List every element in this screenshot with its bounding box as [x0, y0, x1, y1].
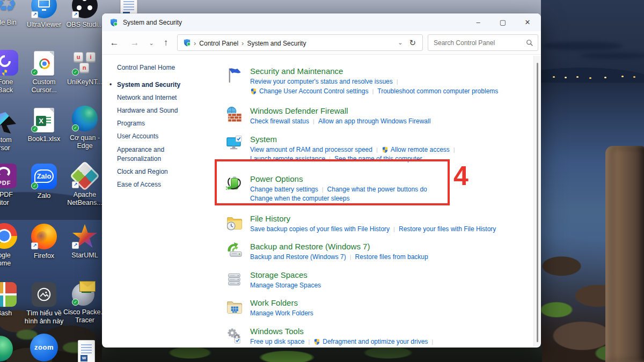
titlebar[interactable]: System and Security – ▢ ✕: [102, 13, 541, 31]
wallpaper-rocks-bottom: [102, 346, 542, 362]
task-link[interactable]: Change battery settings: [250, 186, 318, 194]
task-link[interactable]: Schedule tasks: [439, 347, 492, 348]
section-work-folders: Work Folders Manage Work Folders: [225, 298, 541, 319]
task-link[interactable]: Change when the computer sleeps: [250, 195, 349, 203]
desktop-icon-obs-studio[interactable]: OBS Studi...: [62, 0, 107, 29]
section-title-storage-spaces[interactable]: Storage Spaces: [250, 270, 321, 280]
gears-check-icon: [225, 326, 250, 348]
task-link[interactable]: Save backup copies of your files with Fi…: [250, 225, 390, 234]
desktop-icon-label: StarUML: [62, 252, 107, 260]
task-link[interactable]: Restore files from backup: [355, 253, 428, 262]
sidebar-item-system-and-security[interactable]: System and Security: [117, 78, 197, 91]
sidebar-item-appearance-and-personalization[interactable]: Appearance and Personalization: [117, 143, 197, 165]
vertical-scrollbar[interactable]: [533, 56, 540, 346]
book1-xlsx-icon: X: [21, 107, 67, 132]
sidebar-item-ease-of-access[interactable]: Ease of Access: [117, 178, 197, 191]
navigation-bar: ← → ⌄ ↑ ›Control Panel›System and Securi…: [102, 31, 541, 55]
breadcrumb-item[interactable]: System and Security: [245, 40, 308, 47]
link-separator: |: [346, 253, 355, 262]
drive-stack-icon: [225, 270, 250, 291]
control-panel-window: System and Security – ▢ ✕ ← → ⌄ ↑ ›Contr…: [102, 13, 541, 348]
back-button[interactable]: ←: [106, 35, 122, 51]
maximize-button[interactable]: ▢: [491, 13, 515, 31]
zoom-icon: zoom: [21, 336, 67, 361]
task-link[interactable]: Check firewall status: [250, 117, 309, 126]
desktop-icon-unikey-nt[interactable]: uinUniKeyNT...: [62, 50, 107, 86]
desktop-icon-apache-netbeans[interactable]: Apache NetBeans...: [62, 162, 107, 207]
desktop-icon-firefox[interactable]: Firefox: [21, 224, 67, 260]
search-box[interactable]: [428, 34, 538, 51]
desktop-icon-cisco-packet-tracer[interactable]: Cisco Packe... Tracer: [62, 280, 107, 324]
task-link[interactable]: View amount of RAM and processor speed: [250, 146, 372, 154]
sidebar-item-user-accounts[interactable]: User Accounts: [117, 130, 197, 143]
task-link[interactable]: View event logs: [376, 347, 430, 348]
minimize-button[interactable]: –: [466, 13, 491, 31]
breadcrumb-separator: ›: [192, 39, 197, 47]
task-link[interactable]: Manage Work Folders: [250, 309, 313, 318]
task-link[interactable]: Create and format hard disk partitions: [250, 347, 367, 348]
desktop-icon-tim-hieu-ve-hinh-anh-nay[interactable]: Tìm hiểu về hình ảnh này: [21, 281, 67, 326]
forward-button[interactable]: →: [127, 35, 143, 51]
link-separator: |: [430, 347, 439, 348]
task-link[interactable]: Troubleshoot common computer problems: [377, 87, 498, 96]
desktop-icon-zoom[interactable]: zoom: [21, 336, 67, 361]
breadcrumb-item[interactable]: Control Panel: [197, 40, 240, 47]
green-app-partial-icon: [0, 336, 23, 361]
desktop-icon-zalo[interactable]: ZaloZalo: [21, 164, 67, 200]
desktop-icon-staruml[interactable]: StarUML: [62, 223, 107, 260]
custom-cursor-icon: [21, 50, 67, 76]
sidebar-item-network-and-internet[interactable]: Network and Internet: [117, 91, 197, 104]
sync-check-icon: [31, 69, 38, 76]
address-dropdown-icon[interactable]: ⌄: [392, 39, 408, 46]
task-link[interactable]: Allow an app through Windows Firewall: [318, 117, 430, 126]
folder-clock-icon: [225, 213, 250, 235]
breadcrumb-separator: ›: [240, 39, 245, 47]
sidebar-control-panel-home[interactable]: Control Panel Home: [117, 64, 225, 71]
desktop-icon-custom-cursor[interactable]: Custom Cursor...: [21, 50, 67, 94]
desktop-icon-label: Tìm hiểu về hình ảnh này: [21, 309, 67, 326]
task-link[interactable]: Allow remote access: [382, 146, 450, 154]
refresh-icon[interactable]: ↻: [408, 38, 418, 48]
task-link[interactable]: Restore your files with File History: [399, 225, 496, 234]
desktop-icon-co-quan-edge[interactable]: Cơ quan - Edge: [62, 106, 107, 150]
section-title-work-folders[interactable]: Work Folders: [250, 298, 313, 308]
desktop-icon-ultraviewer[interactable]: UltraViewer: [21, 0, 67, 29]
link-separator: |: [428, 338, 437, 346]
unikey-nt-icon: uin: [62, 50, 107, 76]
address-bar[interactable]: ›Control Panel›System and Security ⌄ ↻: [177, 34, 423, 51]
task-link[interactable]: Review your computer's status and resolv…: [250, 78, 393, 86]
recent-pages-dropdown-icon[interactable]: ⌄: [146, 35, 157, 51]
sidebar-item-hardware-and-sound[interactable]: Hardware and Sound: [117, 104, 197, 117]
wallpaper-mountain-right: [541, 58, 644, 83]
uac-shield-icon: [313, 338, 320, 345]
desktop-icon-label: Book1.xlsx: [21, 135, 67, 143]
cisco-packet-tracer-icon: [62, 280, 107, 306]
up-button[interactable]: ↑: [158, 35, 174, 51]
task-link[interactable]: Change User Account Control settings: [250, 87, 368, 96]
search-icon[interactable]: [526, 39, 533, 47]
task-link[interactable]: Free up disk space: [250, 338, 304, 346]
task-link[interactable]: Launch remote assistance: [250, 155, 325, 164]
window-body: Control Panel Home System and SecurityNe…: [102, 55, 541, 348]
section-title-file-history[interactable]: File History: [250, 213, 496, 224]
section-title-system[interactable]: System: [250, 134, 459, 144]
sidebar-item-programs[interactable]: Programs: [117, 117, 197, 130]
task-link[interactable]: Manage Storage Spaces: [250, 282, 321, 290]
uac-shield-icon: [1, 69, 8, 76]
search-input[interactable]: [433, 39, 526, 47]
section-title-windows-defender-firewall[interactable]: Windows Defender Firewall: [250, 106, 430, 116]
sidebar-item-clock-and-region[interactable]: Clock and Region: [117, 165, 197, 178]
section-title-backup-and-restore[interactable]: Backup and Restore (Windows 7): [250, 241, 428, 252]
section-title-security-and-maintenance[interactable]: Security and Maintenance: [250, 66, 498, 76]
task-link[interactable]: Change what the power buttons do: [327, 186, 427, 194]
desktop-icon-green-app-partial[interactable]: [0, 336, 23, 361]
desktop-icon-book1-xlsx[interactable]: XBook1.xlsx: [21, 107, 67, 143]
scrollbar-thumb[interactable]: [537, 63, 538, 342]
task-link[interactable]: Defragment and optimize your drives: [313, 338, 428, 346]
shortcut-arrow-icon: [72, 242, 79, 249]
section-title-windows-tools[interactable]: Windows Tools: [250, 326, 492, 336]
task-link[interactable]: Backup and Restore (Windows 7): [250, 253, 346, 262]
section-title-power-options[interactable]: Power Options: [250, 174, 427, 184]
close-button[interactable]: ✕: [515, 13, 540, 31]
task-link[interactable]: See the name of this computer: [334, 155, 422, 164]
